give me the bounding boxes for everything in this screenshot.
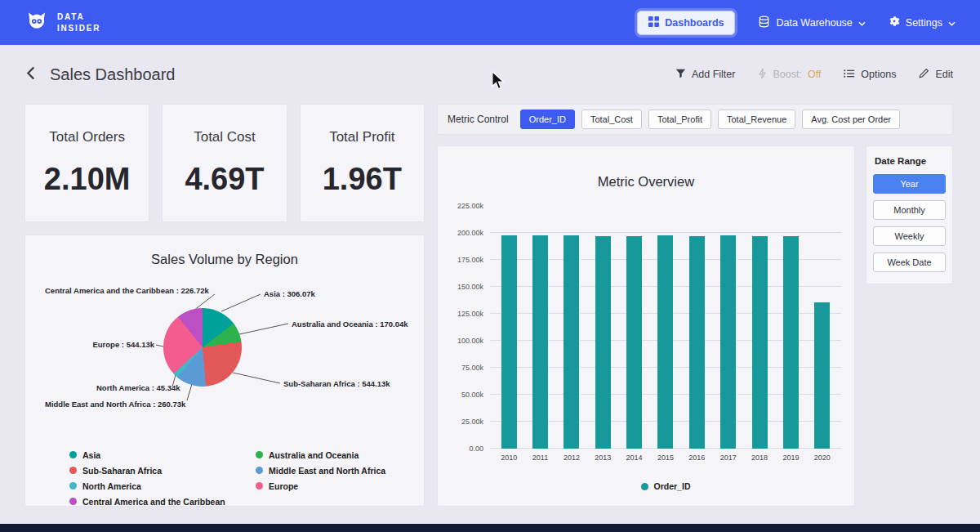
bar-slot (556, 206, 587, 449)
nav-settings-button[interactable]: Settings (889, 16, 956, 29)
legend-item-asia[interactable]: Asia (69, 447, 256, 463)
legend-item-north-america[interactable]: North America (69, 478, 256, 494)
legend-item-sub-saharan-africa[interactable]: Sub-Saharan Africa (69, 463, 256, 478)
kpi-value: 1.96T (323, 162, 402, 197)
bar-chart-yaxis: 225.00k200.00k175.00k150.00k125.00k100.0… (451, 206, 490, 449)
legend-label: Sub-Saharan Africa (82, 466, 162, 476)
legend-dot (256, 467, 263, 474)
nav-dashboards-label: Dashboards (665, 17, 724, 29)
legend-label: Australia and Oceania (269, 450, 359, 460)
bar-chart-plot (490, 206, 841, 449)
bar-2012 (564, 235, 579, 449)
metric-control-bar: Metric Control Order_ID Total_Cost Total… (437, 104, 953, 135)
bar-chart-legend[interactable]: Order_ID (490, 481, 841, 491)
nav-dashboards-button[interactable]: Dashboards (637, 11, 735, 35)
x-tick-label: 2015 (650, 454, 681, 462)
legend-item-middle-east[interactable]: Middle East and North Africa (256, 463, 424, 478)
kpi-value: 2.10M (44, 162, 131, 197)
gear-icon (889, 16, 900, 29)
metric-option-total-profit[interactable]: Total_Profit (648, 110, 711, 129)
brand: DATA INSIDER (24, 9, 100, 37)
bar-chart-body: 225.00k200.00k175.00k150.00k125.00k100.0… (451, 206, 841, 491)
dashboard-content: Total Orders 2.10M Total Cost 4.69T Tota… (0, 104, 980, 507)
pie-label-europe: Europe : 544.13k (73, 340, 154, 349)
y-tick-label: 175.00k (457, 256, 483, 264)
y-tick-label: 25.00k (461, 418, 483, 426)
legend-dot (69, 482, 77, 490)
metric-option-order-id[interactable]: Order_ID (520, 110, 575, 129)
metric-option-avg-cost-per-order[interactable]: Avg. Cost per Order (802, 110, 900, 129)
pie-chart-card: Sales Volume by Region Central America a… (24, 235, 425, 507)
legend-label: Central America and the Caribbean (82, 497, 225, 507)
pie-chart-title: Sales Volume by Region (25, 252, 424, 267)
bar-slot (587, 206, 618, 449)
metric-option-total-revenue[interactable]: Total_Revenue (718, 110, 795, 129)
nav-data-warehouse-button[interactable]: Data Warehouse (758, 16, 865, 30)
header-actions: Add Filter Boost: Off Options Edit (675, 68, 953, 82)
kpi-total-cost: Total Cost 4.69T (162, 104, 287, 222)
bar-2010 (501, 235, 517, 449)
pie-label-middle-east: Middle East and North Africa : 260.73k (45, 400, 185, 409)
legend-label: Europe (269, 481, 298, 491)
options-button[interactable]: Options (844, 69, 896, 81)
pencil-icon (919, 68, 929, 81)
legend-item-europe[interactable]: Europe (256, 478, 424, 494)
filter-funnel-icon (675, 68, 686, 81)
date-range-year-button[interactable]: Year (873, 174, 946, 194)
bar-chart-card: Metric Overview 225.00k200.00k175.00k150… (437, 145, 855, 507)
kpi-label: Total Orders (49, 129, 125, 145)
pie-legend: Asia Sub-Saharan Africa North America Ce… (69, 447, 424, 507)
y-tick-label: 225.00k (457, 202, 483, 210)
bar-slot (650, 206, 681, 449)
pie-label-sub-saharan-africa: Sub-Saharan Africa : 544.13k (283, 379, 390, 388)
kpi-value: 4.69T (185, 162, 264, 197)
y-tick-label: 200.00k (457, 229, 483, 237)
bar-2014 (626, 236, 642, 449)
top-navigation: Dashboards Data Warehouse (637, 11, 956, 35)
bar-chart-plot-column: 2010201120122013201420152016201720182019… (490, 206, 841, 491)
bar-chart-xlabels: 2010201120122013201420152016201720182019… (490, 454, 841, 462)
legend-dot (641, 483, 648, 490)
topbar: DATA INSIDER Dashboards Data Warehous (0, 0, 980, 45)
legend-dot (69, 467, 77, 474)
bar-2016 (689, 236, 705, 449)
x-tick-label: 2016 (681, 454, 712, 462)
kpi-label: Total Cost (194, 129, 256, 145)
right-column: Metric Control Order_ID Total_Cost Total… (437, 104, 953, 507)
date-range-weekly-button[interactable]: Weekly (873, 226, 946, 246)
metric-control-label: Metric Control (448, 114, 509, 125)
edit-button[interactable]: Edit (919, 68, 953, 81)
legend-item-central-america[interactable]: Central America and the Caribbean (69, 494, 256, 507)
kpi-label: Total Profit (329, 129, 394, 145)
kpi-total-orders: Total Orders 2.10M (24, 104, 149, 222)
bar-2018 (752, 236, 768, 449)
boost-value: Off (808, 69, 821, 80)
add-filter-button[interactable]: Add Filter (675, 68, 736, 81)
y-tick-label: 0.00 (469, 445, 483, 453)
date-range-week-date-button[interactable]: Week Date (873, 253, 946, 272)
bar-slot (618, 206, 649, 449)
date-range-monthly-button[interactable]: Monthly (873, 200, 946, 220)
pie-label-asia: Asia : 306.07k (264, 289, 315, 298)
page-header: Sales Dashboard Add Filter Boost: Off (0, 45, 980, 104)
x-tick-label: 2018 (744, 454, 775, 462)
legend-item-australia-oceania[interactable]: Australia and Oceania (256, 447, 424, 463)
options-label: Options (861, 69, 896, 80)
bar-slot (744, 206, 775, 449)
bar-slot (681, 206, 712, 449)
kpi-row: Total Orders 2.10M Total Cost 4.69T Tota… (24, 104, 425, 222)
bar-2017 (720, 235, 736, 449)
legend-dot (256, 482, 263, 490)
y-tick-label: 75.00k (461, 364, 483, 372)
x-tick-label: 2010 (493, 454, 524, 462)
owl-logo-icon (24, 9, 49, 37)
bar-2020 (814, 302, 830, 449)
kpi-total-profit: Total Profit 1.96T (300, 104, 425, 222)
back-button[interactable] (21, 63, 40, 86)
bar-slot (713, 206, 744, 449)
x-tick-label: 2011 (524, 454, 555, 462)
database-icon (758, 16, 770, 30)
metric-option-total-cost[interactable]: Total_Cost (581, 110, 642, 129)
legend-label: North America (82, 481, 141, 491)
legend-dot (256, 451, 263, 458)
